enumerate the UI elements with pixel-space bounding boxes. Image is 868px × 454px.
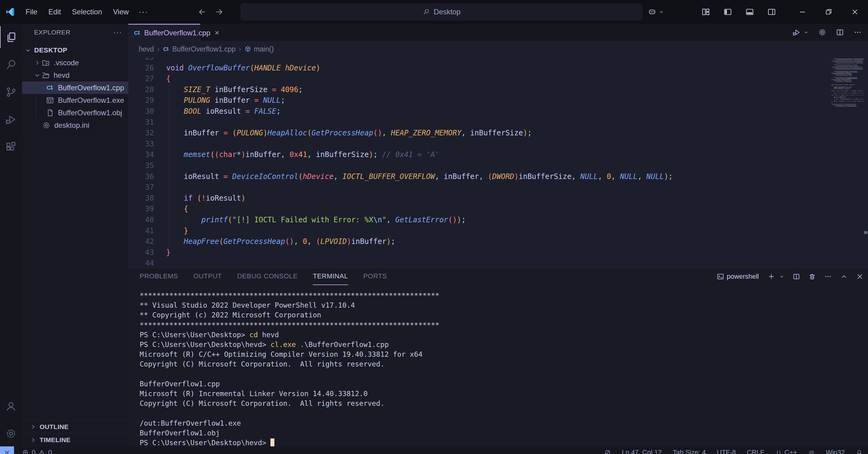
code-line-29[interactable]: 29 PULONG inBuffer = NULL; xyxy=(128,95,825,106)
tree-item-bufferoverflow1-cpp[interactable]: CBufferOverflow1.cpp xyxy=(22,82,128,94)
code-line-44[interactable]: 44 xyxy=(128,258,825,268)
code-line-35[interactable]: 35 xyxy=(128,160,825,171)
chevron-down-icon[interactable] xyxy=(803,30,809,35)
code-line-28[interactable]: 28 SIZE_T inBufferSize = 4096; xyxy=(128,85,825,95)
layout-sidebar-left-icon[interactable] xyxy=(723,7,732,17)
status-item-circle-slash-icon[interactable] xyxy=(604,449,611,454)
activity-account-icon[interactable] xyxy=(0,395,22,417)
code-editor[interactable]: 2526void OverflowBuffer(HANDLE hDevice)2… xyxy=(128,57,868,268)
tab-bufferoverflow1-cpp[interactable]: C BufferOverflow1.cpp × xyxy=(128,24,200,41)
code-line-42[interactable]: 42 HeapFree(GetProcessHeap(), 0, (LPVOID… xyxy=(128,236,825,247)
panel-tab-terminal[interactable]: TERMINAL xyxy=(313,268,348,285)
code-line-26[interactable]: 26void OverflowBuffer(HANDLE hDevice) xyxy=(128,63,825,74)
command-center-search[interactable]: Desktop xyxy=(241,4,642,20)
status-item-copilot-icon[interactable] xyxy=(808,449,815,454)
activity-run-debug-icon[interactable] xyxy=(0,109,22,130)
menu-more-button[interactable]: ··· xyxy=(134,7,152,17)
split-editor-icon[interactable] xyxy=(836,28,844,37)
panel-tab-debug-console[interactable]: DEBUG CONSOLE xyxy=(237,268,298,285)
tab-close-icon[interactable]: × xyxy=(215,28,219,37)
terminal-output[interactable]: ****************************************… xyxy=(140,291,862,447)
breadcrumb-item-hevd[interactable]: hevd xyxy=(139,45,154,53)
chevron-down-icon[interactable] xyxy=(779,274,784,279)
minimap-segment xyxy=(840,95,841,95)
code-line-40[interactable]: 40 printf("[!] IOCTL Failed with Error: … xyxy=(128,215,825,225)
code-line-41[interactable]: 41 } xyxy=(128,225,825,237)
minimap-segment xyxy=(831,61,852,61)
back-icon[interactable] xyxy=(197,7,207,17)
panel-tab-problems[interactable]: PROBLEMS xyxy=(140,268,178,285)
copilot-icon[interactable] xyxy=(648,7,657,17)
plus-icon[interactable] xyxy=(767,273,775,280)
close-button[interactable] xyxy=(842,0,868,24)
close-icon[interactable] xyxy=(856,273,864,280)
split-editor-icon[interactable] xyxy=(793,273,800,280)
ellipsis-icon[interactable] xyxy=(824,273,832,280)
status-item-win32[interactable]: Win32 xyxy=(826,449,845,454)
code-line-27[interactable]: 27{ xyxy=(128,73,825,85)
exe-icon xyxy=(46,96,54,104)
chevron-up-icon[interactable] xyxy=(840,273,848,280)
minimap[interactable] xyxy=(831,59,864,107)
ellipsis-icon[interactable] xyxy=(854,28,862,37)
activity-source-control-icon[interactable] xyxy=(0,81,22,103)
minimap-segment xyxy=(834,93,836,93)
menu-edit[interactable]: Edit xyxy=(43,8,66,16)
layout-panel-icon[interactable] xyxy=(745,7,754,17)
restore-button[interactable] xyxy=(815,0,842,24)
code-line-37[interactable]: 37 xyxy=(128,182,825,193)
tree-item-bufferoverflow1-exe[interactable]: BufferOverflow1.exe xyxy=(22,94,128,107)
forward-icon[interactable] xyxy=(215,7,224,17)
code-line-31[interactable]: 31 xyxy=(128,117,825,128)
code-line-33[interactable]: 33 xyxy=(128,139,825,150)
remote-indicator[interactable] xyxy=(0,446,14,454)
tree-item-desktop-ini[interactable]: desktop.ini xyxy=(22,119,128,131)
layout-sidebar-right-icon[interactable] xyxy=(767,7,776,17)
tree-root-desktop[interactable]: DESKTOP xyxy=(22,44,128,56)
editor-scrollbar[interactable] xyxy=(864,231,867,234)
menu-selection[interactable]: Selection xyxy=(66,8,107,16)
minimize-button[interactable] xyxy=(789,0,815,24)
gear-icon[interactable] xyxy=(818,28,827,37)
activity-search-icon[interactable] xyxy=(0,54,22,75)
status-item-bell-icon[interactable] xyxy=(856,449,863,454)
panel-tab-ports[interactable]: PORTS xyxy=(363,268,387,285)
minimap-segment xyxy=(839,99,839,99)
copilot-menu[interactable] xyxy=(648,0,664,24)
activity-files-icon[interactable] xyxy=(0,26,22,48)
section-outline[interactable]: OUTLINE xyxy=(22,420,128,433)
activity-settings-gear-icon[interactable] xyxy=(0,423,22,445)
trash-icon[interactable] xyxy=(808,273,816,280)
code-line-43[interactable]: 43} xyxy=(128,247,825,258)
tree-item-hevd[interactable]: hevd xyxy=(22,69,128,82)
status-item-crlf[interactable]: CRLF xyxy=(747,449,764,454)
status-item-ln-47-col-12[interactable]: Ln 47, Col 12 xyxy=(622,449,662,454)
activity-extensions-icon[interactable] xyxy=(0,136,22,158)
status-item-tab-size-4[interactable]: Tab Size: 4 xyxy=(673,449,706,454)
section-timeline[interactable]: TIMELINE xyxy=(22,433,128,446)
code-line-32[interactable]: 32 inBuffer = (PULONG)HeapAlloc(GetProce… xyxy=(128,128,825,139)
code-line-38[interactable]: 38 if (!ioResult) xyxy=(128,193,825,204)
debug-run-icon[interactable] xyxy=(793,28,801,37)
code-line-34[interactable]: 34 memset((char*)inBuffer, 0x41, inBuffe… xyxy=(128,149,825,160)
menu-file[interactable]: File xyxy=(20,8,43,16)
code-line-30[interactable]: 30 BOOL ioResult = FALSE; xyxy=(128,106,825,117)
status-item-c-[interactable]: {}C++ xyxy=(775,449,797,454)
layout-grid-icon[interactable] xyxy=(701,7,710,17)
code-line-39[interactable]: 39 { xyxy=(128,204,825,215)
line-number: 32 xyxy=(128,128,154,139)
problems-status[interactable]: 00 xyxy=(22,449,52,454)
chevron-down-icon xyxy=(34,72,41,79)
code-line-25[interactable]: 25 xyxy=(128,57,825,63)
explorer-more-actions[interactable]: ··· xyxy=(113,28,122,37)
terminal-shell-select[interactable]: powershell xyxy=(716,273,760,280)
code-line-36[interactable]: 36 ioResult = DeviceIoControl(hDevice, I… xyxy=(128,171,825,182)
breadcrumb-item-main[interactable]: main() xyxy=(244,45,274,53)
breadcrumb-item-bufferoverflow1cpp[interactable]: CBufferOverflow1.cpp xyxy=(162,45,236,53)
panel-tab-output[interactable]: OUTPUT xyxy=(193,268,222,285)
tree-item-bufferoverflow1-obj[interactable]: BufferOverflow1.obj xyxy=(22,107,128,119)
chevron-down-icon[interactable] xyxy=(658,9,664,14)
menu-view[interactable]: View xyxy=(107,8,134,16)
status-item-utf-8[interactable]: UTF-8 xyxy=(717,449,736,454)
tree-item--vscode[interactable]: .vscode xyxy=(22,56,128,69)
